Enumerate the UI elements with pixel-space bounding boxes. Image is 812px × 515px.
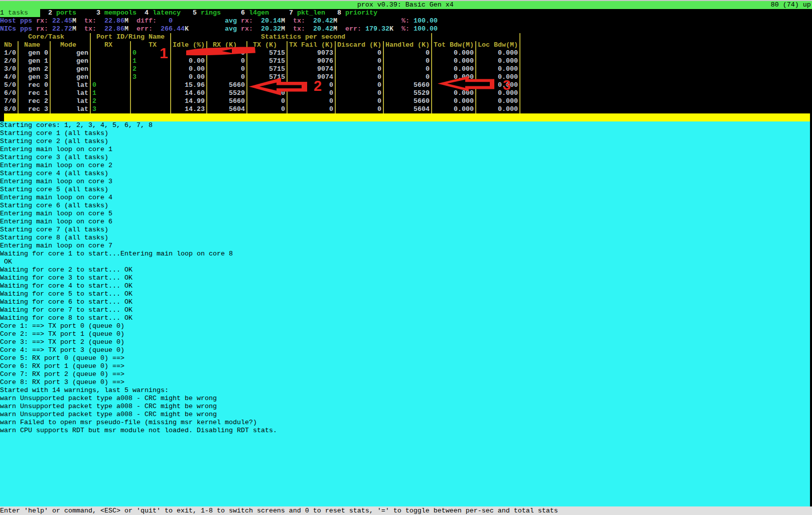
- svg-text:3: 3: [503, 77, 511, 93]
- svg-text:1: 1: [160, 45, 168, 61]
- svg-text:2: 2: [314, 78, 322, 94]
